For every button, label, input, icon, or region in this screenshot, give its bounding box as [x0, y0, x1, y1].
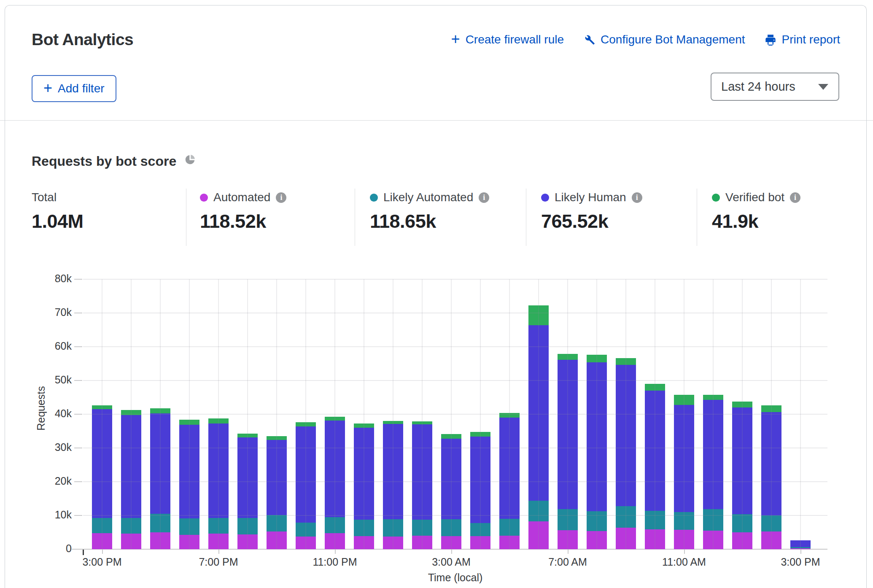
section-title-text: Requests by bot score	[32, 154, 176, 169]
bar-3-00-am[interactable]	[441, 434, 461, 549]
bar-segment-likely-human	[441, 439, 461, 519]
y-axis-tick-mark	[74, 279, 82, 280]
bar-6-00-pm[interactable]	[179, 420, 199, 549]
bar-3-00-pm[interactable]	[790, 540, 811, 549]
bar-10-00-pm[interactable]	[296, 422, 316, 549]
time-range-value: Last 24 hours	[721, 80, 795, 94]
bar-1-00-pm[interactable]	[732, 402, 752, 549]
bar-segment-likely-human	[383, 424, 403, 519]
create-firewall-rule-link[interactable]: + Create firewall rule	[451, 33, 564, 46]
bar-12-00-am[interactable]	[354, 423, 374, 549]
stat-likely-automated-label: Likely Automated	[383, 191, 473, 204]
y-axis-tick-label: 50k	[25, 374, 72, 386]
bar-segment-verified-bot	[499, 413, 520, 418]
chevron-down-icon	[818, 84, 828, 90]
time-range-select[interactable]: Last 24 hours	[711, 73, 839, 101]
bar-segment-automated	[499, 536, 520, 549]
bar-segment-likely-human	[616, 365, 636, 506]
bar-segment-verified-bot	[179, 420, 199, 425]
y-axis-tick-mark	[74, 414, 82, 415]
bar-3-00-pm[interactable]	[92, 405, 112, 549]
bar-segment-likely-human	[412, 424, 432, 520]
stat-likely-human: Likely Human i 765.52k	[541, 191, 642, 232]
bar-segment-automated	[761, 531, 781, 549]
page-title: Bot Analytics	[32, 30, 133, 49]
bar-9-00-am[interactable]	[616, 358, 636, 549]
pie-chart-icon	[184, 154, 196, 169]
bar-segment-automated	[92, 533, 112, 549]
likely-automated-legend-dot	[370, 194, 378, 202]
x-axis-title: Time (local)	[388, 572, 523, 584]
bar-segment-automated	[674, 530, 694, 549]
bar-segment-automated	[528, 521, 549, 549]
section-title: Requests by bot score	[32, 154, 196, 169]
bar-8-00-am[interactable]	[587, 355, 607, 549]
bar-segment-likely-human	[499, 418, 520, 519]
bar-segment-automated	[470, 536, 490, 549]
y-axis-tick-label: 10k	[25, 509, 72, 521]
stat-automated-label: Automated	[213, 191, 270, 204]
bar-segment-likely-human	[208, 423, 229, 518]
y-axis-tick-label: 20k	[25, 475, 72, 487]
bar-9-00-pm[interactable]	[267, 436, 287, 549]
bar-7-00-pm[interactable]	[208, 418, 229, 549]
info-icon[interactable]: i	[276, 192, 286, 203]
bar-segment-likely-human	[587, 362, 607, 511]
plus-icon: +	[451, 33, 460, 45]
info-icon[interactable]: i	[632, 192, 642, 203]
info-icon[interactable]: i	[790, 192, 800, 203]
bar-segment-verified-bot	[470, 432, 490, 436]
stat-total-value: 1.04M	[32, 210, 84, 232]
bar-8-00-pm[interactable]	[237, 434, 258, 549]
bar-segment-automated	[354, 536, 374, 549]
bar-segment-likely-human	[528, 325, 549, 501]
bar-segment-likely-automated	[645, 511, 665, 529]
add-filter-button[interactable]: + Add filter	[32, 75, 116, 102]
y-axis-origin-tick	[83, 550, 84, 555]
bar-segment-likely-automated	[354, 520, 374, 536]
x-axis-tick-mark	[800, 550, 801, 554]
gridline-horizontal	[83, 346, 827, 347]
bar-12-00-pm[interactable]	[703, 395, 723, 549]
bar-segment-verified-bot	[674, 395, 694, 405]
bar-11-00-am[interactable]	[674, 395, 694, 549]
print-report-link[interactable]: Print report	[765, 33, 841, 46]
bar-segment-automated	[296, 537, 316, 549]
bar-7-00-am[interactable]	[558, 354, 578, 549]
x-axis-tick-label: 3:00 PM	[758, 556, 843, 568]
bar-segment-likely-automated	[761, 515, 781, 531]
bar-4-00-pm[interactable]	[121, 410, 141, 549]
bar-segment-likely-automated	[296, 523, 316, 537]
x-axis-tick-mark	[451, 550, 452, 554]
x-axis-tick-label: 3:00 AM	[409, 556, 493, 568]
bar-5-00-pm[interactable]	[150, 408, 170, 549]
y-axis-tick-mark	[74, 515, 82, 516]
bar-segment-likely-human	[92, 409, 112, 518]
bar-4-00-am[interactable]	[470, 432, 490, 549]
configure-bot-management-label: Configure Bot Management	[601, 33, 745, 46]
gridline-horizontal	[83, 279, 827, 280]
bar-10-00-am[interactable]	[645, 384, 665, 549]
print-report-label: Print report	[782, 33, 841, 46]
configure-bot-management-link[interactable]: Configure Bot Management	[583, 33, 745, 46]
bar-11-00-pm[interactable]	[325, 417, 345, 549]
bar-segment-automated	[412, 536, 432, 549]
bar-segment-likely-human	[150, 413, 170, 514]
bar-2-00-pm[interactable]	[761, 405, 781, 549]
y-axis-tick-mark	[74, 481, 82, 482]
stat-total-label: Total	[32, 191, 57, 204]
create-firewall-rule-label: Create firewall rule	[466, 33, 564, 46]
bar-segment-automated	[616, 528, 636, 549]
bar-segment-verified-bot	[150, 408, 170, 414]
automated-legend-dot	[200, 194, 208, 202]
bar-2-00-am[interactable]	[412, 421, 432, 549]
bar-1-00-am[interactable]	[383, 421, 403, 549]
y-axis-tick-mark	[74, 380, 82, 381]
info-icon[interactable]: i	[479, 192, 489, 203]
bar-6-00-am[interactable]	[528, 305, 549, 549]
x-axis-tick-label: 11:00 AM	[642, 556, 726, 568]
x-axis-tick-mark	[335, 550, 336, 554]
stat-likely-automated-value: 118.65k	[370, 210, 489, 232]
bar-segment-likely-automated	[208, 518, 229, 534]
bar-5-00-am[interactable]	[499, 413, 520, 549]
